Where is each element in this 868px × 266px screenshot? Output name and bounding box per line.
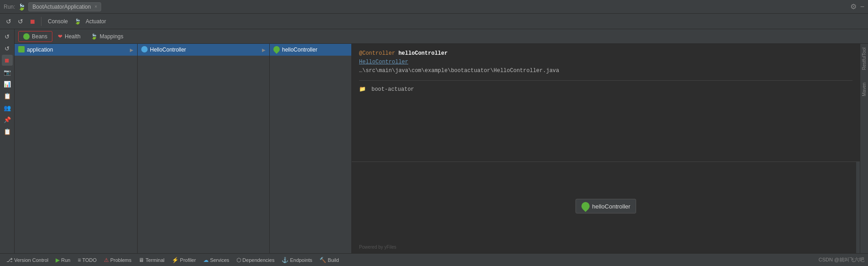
code-line-3: …\src\main\java\com\example\bootactuator… <box>359 67 853 75</box>
code-classname: helloController <box>398 50 447 57</box>
code-info-panel: @Controller helloController HelloControl… <box>352 44 860 162</box>
diagram-node-hellocontroller[interactable]: helloController <box>575 199 637 214</box>
endpoints-label: Endpoints <box>290 257 312 263</box>
actuator-label[interactable]: Actuator <box>83 17 109 26</box>
tab-beans-label: Beans <box>32 33 47 40</box>
minimize-icon[interactable]: − <box>860 3 864 11</box>
tab-mappings[interactable]: 🍃 Mappings <box>86 31 128 42</box>
terminal-icon: 🖥 <box>139 257 144 263</box>
title-bar-right: ⚙ − <box>850 2 864 11</box>
bottom-bar: ⎇ Version Control ▶ Run ≡ TODO ⚠ Problem… <box>0 253 868 266</box>
bottom-build[interactable]: 🔨 Build <box>317 256 341 264</box>
left-icon-2[interactable]: ↺ <box>2 43 13 54</box>
stop-icon[interactable]: ⏹ <box>27 16 37 26</box>
content-area: Beans ❤ Health 🍃 Mappings application ▶ <box>15 29 868 253</box>
panels-area: application ▶ HelloController ▶ helloCon… <box>15 44 868 253</box>
left-icons: ↺ ↺ ⏹ 📷 📊 📋 👥 📌 📋 <box>0 29 15 253</box>
tree-item-hellocontroller[interactable]: HelloController ▶ <box>138 44 269 56</box>
settings-icon[interactable]: ⚙ <box>850 2 857 11</box>
panel-hellocontroller-class: HelloController ▶ <box>138 44 270 253</box>
bottom-endpoints[interactable]: ⚓ Endpoints <box>279 256 315 264</box>
build-label: Build <box>328 257 339 263</box>
diagram-panel: helloController Powered by yFiles <box>352 162 860 253</box>
console-label[interactable]: Console <box>45 17 71 26</box>
bottom-services[interactable]: ☁ Services <box>200 256 232 264</box>
right-sidebar-restfultool[interactable]: RestfulTool <box>862 46 867 72</box>
module-line: 📁 boot-actuator <box>359 85 853 94</box>
todo-label: TODO <box>82 257 97 263</box>
profiler-label: Profiler <box>180 257 196 263</box>
tab-bar: Beans ❤ Health 🍃 Mappings <box>15 29 868 44</box>
bottom-dependencies[interactable]: ⬡ Dependencies <box>234 256 277 264</box>
hellocontroller-tree-icon <box>141 46 148 54</box>
version-control-label: Version Control <box>14 257 48 263</box>
dependencies-label: Dependencies <box>242 257 274 263</box>
code-line-2: HelloController <box>359 58 853 67</box>
right-panel: @Controller helloController HelloControl… <box>352 44 860 253</box>
module-label: boot-actuator <box>371 86 414 93</box>
diagram-scrollbar[interactable] <box>856 162 860 253</box>
beans-icon <box>23 33 30 40</box>
left-icon-1[interactable]: ↺ <box>2 31 13 42</box>
left-icon-6[interactable]: 📋 <box>2 90 13 101</box>
dependencies-icon: ⬡ <box>236 257 241 263</box>
app-tree-icon <box>18 46 25 54</box>
left-icon-5[interactable]: 📊 <box>2 78 13 89</box>
todo-icon: ≡ <box>77 257 81 263</box>
code-keyword: @Controller <box>359 50 395 57</box>
run-label-bottom: Run <box>61 257 70 263</box>
tree-item-hellocontroller-bean[interactable]: helloController <box>270 44 351 56</box>
diagram-node-icon <box>580 200 591 212</box>
bottom-version-control[interactable]: ⎇ Version Control <box>4 256 51 264</box>
powered-by-label: Powered by yFiles <box>359 245 396 250</box>
endpoints-icon: ⚓ <box>282 257 288 263</box>
title-bar-left: Run: 🍃 BootActuatorApplication × <box>4 2 850 11</box>
left-icon-3[interactable]: ⏹ <box>2 55 13 66</box>
bottom-terminal[interactable]: 🖥 Terminal <box>136 256 167 264</box>
tree-item-application-label: application <box>27 47 53 53</box>
left-icon-8[interactable]: 📌 <box>2 114 13 125</box>
build-icon: 🔨 <box>319 257 326 263</box>
separator <box>359 80 853 81</box>
code-path: …\src\main\java\com\example\bootactuator… <box>359 68 559 74</box>
left-icon-9[interactable]: 📋 <box>2 126 13 137</box>
tree-arrow-application: ▶ <box>130 47 134 52</box>
bottom-run[interactable]: ▶ Run <box>53 256 73 264</box>
services-icon: ☁ <box>203 257 209 263</box>
tab-beans[interactable]: Beans <box>18 31 52 42</box>
tree-arrow-hellocontroller: ▶ <box>262 47 266 52</box>
tab-mappings-label: Mappings <box>100 33 123 40</box>
module-folder-icon: 📁 <box>359 86 366 93</box>
terminal-label: Terminal <box>145 257 164 263</box>
close-tab-icon[interactable]: × <box>94 4 97 9</box>
app-tab[interactable]: BootActuatorApplication × <box>28 2 101 11</box>
panel-application: application ▶ <box>15 44 138 253</box>
left-icon-4[interactable]: 📷 <box>2 67 13 78</box>
problems-icon: ⚠ <box>104 257 109 263</box>
bottom-right-text: CSDN @就叫飞六吧 <box>819 256 864 263</box>
left-icon-7[interactable]: 👥 <box>2 102 13 113</box>
mappings-icon: 🍃 <box>91 33 98 40</box>
bottom-todo[interactable]: ≡ TODO <box>75 256 99 264</box>
version-control-icon: ⎇ <box>6 257 13 263</box>
services-label: Services <box>210 257 229 263</box>
tab-health-label: Health <box>65 33 81 40</box>
main-content: ↺ ↺ ⏹ 📷 📊 📋 👥 📌 📋 Beans ❤ Health 🍃 Mappi… <box>0 29 868 253</box>
refresh-icon[interactable]: ↺ <box>4 16 14 26</box>
tree-item-hellocontroller-label: HelloController <box>150 47 186 53</box>
run-label: Run: <box>4 4 15 10</box>
tree-item-application[interactable]: application ▶ <box>15 44 137 56</box>
refresh2-icon[interactable]: ↺ <box>15 16 26 26</box>
tree-item-hellocontroller-bean-label: helloController <box>282 47 317 53</box>
right-sidebar-maven[interactable]: Maven <box>862 81 867 98</box>
tab-health[interactable]: ❤ Health <box>53 31 85 42</box>
bottom-problems[interactable]: ⚠ Problems <box>101 256 134 264</box>
toolbar-row: ↺ ↺ ⏹ Console 🍃 Actuator <box>0 14 868 29</box>
run-icon: ▶ <box>56 257 60 263</box>
bottom-profiler[interactable]: ⚡ Profiler <box>169 256 199 264</box>
spring-icon: 🍃 <box>18 3 26 10</box>
health-icon: ❤ <box>58 33 62 40</box>
diagram-node-label: helloController <box>592 203 631 209</box>
code-link[interactable]: HelloController <box>359 59 408 65</box>
actuator-icon: 🍃 <box>74 18 81 25</box>
